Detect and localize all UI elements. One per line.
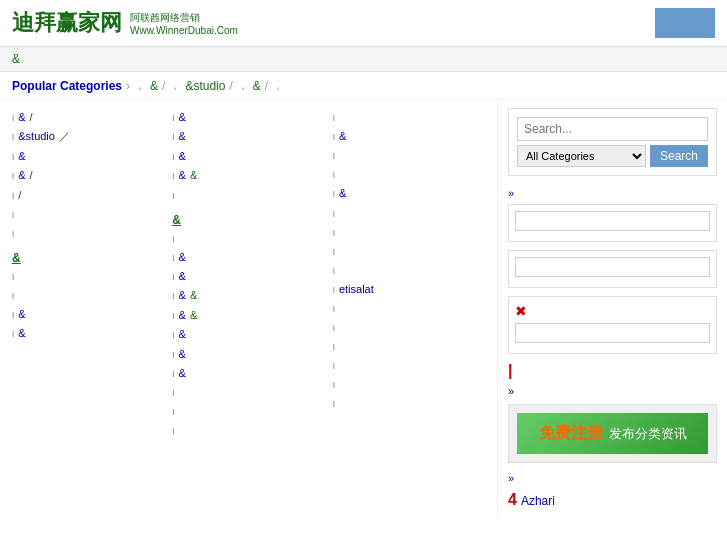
listing-link[interactable]: &	[179, 308, 186, 323]
bullet-icon: ι	[333, 111, 335, 125]
section-header: &	[172, 205, 324, 229]
listing-link[interactable]: &	[179, 269, 186, 284]
list-item: ι &	[333, 127, 485, 146]
list-item: ι	[333, 394, 485, 413]
bullet-icon: ι	[333, 264, 335, 278]
logo-area: 迪拜赢家网 阿联酋网络营销 Www.WinnerDubai.Com	[12, 8, 238, 38]
listing-link[interactable]: &	[18, 307, 25, 322]
breadcrumb-slash2: /	[229, 79, 232, 93]
banner-register-text: 免费注册	[539, 423, 603, 444]
list-item: ι &	[333, 184, 485, 203]
sidebar-text-input-1[interactable]	[515, 211, 710, 231]
listing-link[interactable]: &	[18, 168, 25, 183]
bullet-icon: ι	[172, 367, 174, 381]
more-anchor-2[interactable]: »	[508, 385, 514, 397]
bullet-icon: ι	[172, 289, 174, 303]
listing-link[interactable]: &	[179, 149, 186, 164]
column-1: ι & / ι &studio ／ ι & ι & /	[12, 108, 164, 440]
list-item: ι	[333, 375, 485, 394]
sidebar-text-input-2[interactable]	[515, 257, 710, 277]
bullet-icon: ι	[333, 302, 335, 316]
main-content: ι & / ι &studio ／ ι & ι & /	[0, 100, 727, 517]
listing-link[interactable]: &	[339, 129, 346, 144]
listing-link[interactable]: &	[179, 250, 186, 265]
listing-link[interactable]: &	[18, 110, 25, 125]
more-anchor-1[interactable]: »	[508, 187, 514, 199]
bullet-icon: ι	[333, 359, 335, 373]
section-link[interactable]: &	[12, 251, 21, 265]
list-item: ι &	[172, 325, 324, 344]
bullet-icon: ι	[333, 378, 335, 392]
breadcrumb-home[interactable]: Popular Categories	[12, 79, 122, 93]
logo-main: 迪拜赢家网 阿联酋网络营销 Www.WinnerDubai.Com	[12, 8, 238, 38]
list-item: ι	[333, 337, 485, 356]
list-item: ι &	[12, 147, 164, 166]
list-item: ι	[12, 267, 164, 286]
banner-box[interactable]: 免费注册 发布分类资讯	[508, 404, 717, 463]
bullet-icon: ι	[333, 245, 335, 259]
column-2: ι & ι & ι & ι & & ι	[172, 108, 324, 440]
list-item: ι	[12, 286, 164, 305]
search-row: All Categories Search	[517, 145, 708, 167]
listing-link[interactable]: &	[18, 149, 25, 164]
bullet-icon: ι	[172, 169, 174, 183]
list-item: ι &	[172, 364, 324, 383]
list-item: ι & /	[12, 166, 164, 185]
list-item: ι &	[172, 127, 324, 146]
bullet-icon: ι	[172, 130, 174, 144]
listing-link[interactable]: &	[339, 186, 346, 201]
listing-link[interactable]: &	[179, 168, 186, 183]
breadcrumb-link3[interactable]: &	[253, 79, 261, 93]
bullet-icon: ι	[12, 130, 14, 144]
listing-link[interactable]: &studio	[18, 129, 55, 144]
category-select[interactable]: All Categories	[517, 145, 646, 167]
bullet-icon: ι	[12, 227, 14, 241]
bullet-icon: ι	[172, 328, 174, 342]
bullet-icon: ι	[172, 309, 174, 323]
listing-amp: &	[190, 168, 197, 183]
bullet-icon: ι	[333, 149, 335, 163]
sidebar-text-input-3[interactable]	[515, 323, 710, 343]
breadcrumb-sep1: ，	[134, 77, 146, 94]
breadcrumb-sep4: ，	[272, 77, 284, 94]
list-item: ι &	[172, 248, 324, 267]
more-anchor-3[interactable]: »	[508, 472, 514, 484]
list-item: ι &	[12, 305, 164, 324]
required-mark: |	[508, 362, 717, 380]
section-link[interactable]: &	[172, 213, 181, 227]
listing-link[interactable]: &	[18, 326, 25, 341]
bullet-icon: ι	[333, 226, 335, 240]
bullet-icon: ι	[333, 187, 335, 201]
search-button[interactable]: Search	[650, 145, 708, 167]
count-label[interactable]: Azhari	[521, 494, 555, 508]
bullet-icon: ι	[12, 111, 14, 125]
listing-etisalat[interactable]: etisalat	[339, 282, 374, 297]
list-item: ι	[172, 421, 324, 440]
bullet-icon: ι	[172, 150, 174, 164]
listing-link[interactable]: &	[179, 110, 186, 125]
listing-link[interactable]: &	[179, 327, 186, 342]
search-input[interactable]	[517, 117, 708, 141]
list-item: ι & &	[172, 286, 324, 305]
nav-bar: &	[0, 47, 727, 72]
breadcrumb: Popular Categories › ， & / ， &studio / ，…	[0, 72, 727, 100]
list-item: ι	[172, 383, 324, 402]
listing-link[interactable]: &	[179, 288, 186, 303]
breadcrumb-link2[interactable]: &studio	[185, 79, 225, 93]
breadcrumb-link1[interactable]: &	[150, 79, 158, 93]
search-widget: All Categories Search	[508, 108, 717, 176]
column-3: ι ι & ι ι ι & ι	[333, 108, 485, 440]
more-link-3: »	[508, 471, 717, 485]
listing-link[interactable]: &	[179, 129, 186, 144]
list-item: ι &	[172, 147, 324, 166]
list-item: ι & &	[172, 166, 324, 185]
bullet-icon: ι	[333, 283, 335, 297]
top-button[interactable]	[655, 8, 715, 38]
listing-link[interactable]: &	[179, 347, 186, 362]
bullet-icon: ι	[172, 232, 174, 246]
nav-link[interactable]: &	[12, 52, 20, 66]
listing-link[interactable]: &	[179, 366, 186, 381]
bullet-icon: ι	[333, 130, 335, 144]
list-item: ι	[333, 165, 485, 184]
sidebar-input-box-2	[508, 250, 717, 288]
